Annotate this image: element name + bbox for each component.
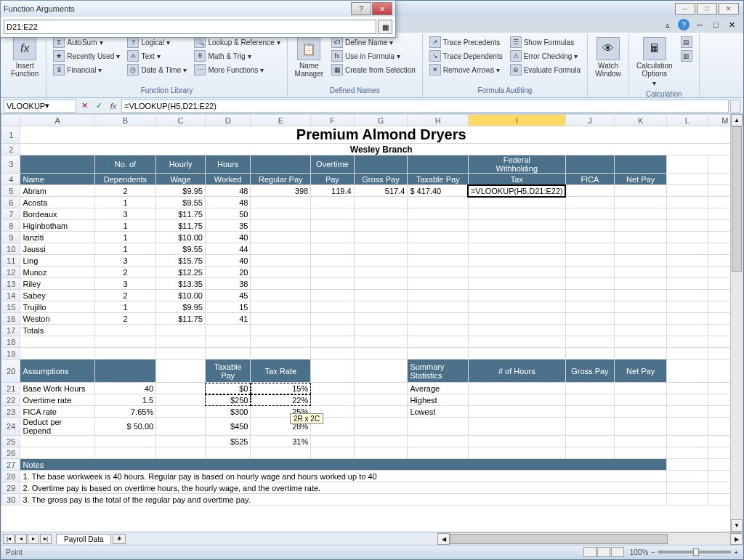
tab-last-button[interactable]: ▸|: [40, 534, 52, 544]
tab-first-button[interactable]: |◂: [3, 534, 15, 544]
name-manager-button[interactable]: 📋Name Manager: [292, 36, 326, 79]
formula-expand-button[interactable]: [730, 100, 740, 113]
row-header[interactable]: 29: [2, 482, 20, 494]
maximize-button[interactable]: □: [697, 3, 717, 15]
col-header[interactable]: F: [311, 115, 354, 126]
row-header[interactable]: 15: [2, 301, 20, 313]
calc-now-button[interactable]: ▤: [679, 36, 695, 49]
formula-input[interactable]: =VLOOKUP(H5,D21:E22): [121, 100, 729, 113]
minimize-button[interactable]: ─: [675, 3, 695, 15]
row-header[interactable]: 9: [2, 232, 20, 243]
row-header[interactable]: 25: [2, 436, 20, 447]
row-header[interactable]: 24: [2, 418, 20, 436]
workbook-min-icon[interactable]: ─: [694, 19, 705, 31]
row-header[interactable]: 26: [2, 447, 20, 459]
row-header[interactable]: 10: [2, 243, 20, 255]
col-header[interactable]: D: [205, 115, 251, 126]
col-header[interactable]: C: [156, 115, 206, 126]
row-header[interactable]: 2: [2, 144, 20, 155]
error-checking-button[interactable]: ⚠Error Checking ▾: [508, 49, 583, 62]
row-header[interactable]: 30: [2, 494, 20, 506]
watch-window-button[interactable]: 👁Watch Window: [592, 36, 624, 79]
row-header[interactable]: 16: [2, 313, 20, 325]
workbook-close-icon[interactable]: ✕: [726, 19, 737, 31]
col-header[interactable]: I: [468, 115, 565, 126]
row-header[interactable]: 7: [2, 208, 20, 220]
col-header[interactable]: H: [408, 115, 469, 126]
cancel-button[interactable]: ✕: [78, 100, 91, 113]
evaluate-formula-button[interactable]: ⊚Evaluate Formula: [508, 63, 583, 76]
row-header[interactable]: 22: [2, 394, 20, 406]
close-button[interactable]: ✕: [719, 3, 739, 15]
tab-add-button[interactable]: ✶: [113, 534, 126, 544]
zoom-thumb[interactable]: [693, 548, 699, 556]
ribbon-min-icon[interactable]: ▵: [662, 19, 674, 31]
col-header[interactable]: B: [94, 115, 155, 126]
scroll-left-button[interactable]: ◀: [437, 533, 450, 545]
row-header[interactable]: 1: [2, 126, 20, 144]
row-header[interactable]: 5: [2, 185, 20, 197]
dialog-collapse-icon[interactable]: ▦: [378, 20, 392, 34]
row-header[interactable]: 13: [2, 278, 20, 290]
workbook-restore-icon[interactable]: □: [710, 19, 721, 31]
more-functions-button[interactable]: ⋯More Functions ▾: [192, 63, 282, 76]
col-header[interactable]: K: [615, 115, 667, 126]
dialog-range-input[interactable]: [4, 20, 376, 34]
tab-payroll-data[interactable]: Payroll Data: [56, 534, 111, 544]
help-icon[interactable]: ?: [678, 19, 690, 31]
row-header[interactable]: 4: [2, 174, 20, 185]
tab-prev-button[interactable]: ◂: [15, 534, 27, 544]
row-header[interactable]: 17: [2, 325, 20, 336]
row-header[interactable]: 19: [2, 348, 20, 360]
row-header[interactable]: 20: [2, 360, 20, 383]
zoom-out-button[interactable]: −: [651, 548, 655, 556]
calc-sheet-button[interactable]: ▥: [679, 49, 695, 62]
name-box[interactable]: VLOOKUP ▾: [4, 100, 76, 113]
page-layout-button[interactable]: [597, 547, 610, 557]
row-header[interactable]: 18: [2, 336, 20, 348]
remove-arrows-button[interactable]: ✕Remove Arrows ▾: [427, 63, 505, 76]
page-break-button[interactable]: [611, 547, 624, 557]
row-header[interactable]: 14: [2, 290, 20, 301]
dialog-close-button[interactable]: ✕: [372, 2, 392, 15]
zoom-slider[interactable]: [658, 551, 731, 553]
col-header[interactable]: E: [251, 115, 311, 126]
create-from-selection-button[interactable]: ▦Create from Selection: [329, 63, 418, 76]
vertical-scrollbar[interactable]: ▲ ▼: [730, 114, 743, 532]
col-header[interactable]: A: [20, 115, 94, 126]
col-header[interactable]: L: [667, 115, 708, 126]
financial-button[interactable]: $Financial ▾: [51, 63, 122, 76]
dialog-help-button[interactable]: ?: [351, 2, 371, 15]
horizontal-scrollbar[interactable]: ◀ ▶: [437, 532, 743, 545]
insert-function-button[interactable]: fx Insert Function: [8, 36, 41, 79]
trace-dependents-button[interactable]: ↘Trace Dependents: [427, 49, 505, 62]
datetime-button[interactable]: ◷Date & Time ▾: [125, 63, 189, 76]
enter-button[interactable]: ✓: [92, 100, 105, 113]
trace-precedents-button[interactable]: ↗Trace Precedents: [427, 36, 505, 49]
use-in-formula-button[interactable]: fxUse in Formula ▾: [329, 49, 418, 62]
row-header[interactable]: 23: [2, 406, 20, 418]
tab-next-button[interactable]: ▸: [28, 534, 39, 544]
row-header[interactable]: 8: [2, 220, 20, 232]
row-header[interactable]: 11: [2, 255, 20, 267]
row-header[interactable]: 27: [2, 459, 20, 471]
text-button[interactable]: AText ▾: [125, 49, 189, 62]
scroll-up-button[interactable]: ▲: [731, 114, 743, 126]
scroll-right-button[interactable]: ▶: [730, 533, 743, 545]
col-header[interactable]: J: [565, 115, 614, 126]
normal-view-button[interactable]: [583, 547, 597, 557]
row-header[interactable]: 12: [2, 267, 20, 278]
row-header[interactable]: 6: [2, 197, 20, 208]
calc-options-button[interactable]: 🖩Calculation Options ▾: [634, 36, 675, 89]
fx-button[interactable]: fx: [107, 100, 120, 113]
row-header[interactable]: 3: [2, 155, 20, 174]
scroll-down-button[interactable]: ▼: [731, 519, 743, 532]
recently-used-button[interactable]: ★Recently Used ▾: [51, 49, 122, 62]
show-formulas-button[interactable]: ☰Show Formulas: [508, 36, 583, 49]
vscroll-thumb[interactable]: [732, 126, 742, 272]
row-header[interactable]: 21: [2, 383, 20, 394]
col-header[interactable]: G: [354, 115, 408, 126]
zoom-in-button[interactable]: +: [734, 548, 738, 556]
hscroll-thumb[interactable]: [450, 534, 668, 544]
active-cell[interactable]: =VLOOKUP(H5,D21:E22): [468, 185, 565, 197]
